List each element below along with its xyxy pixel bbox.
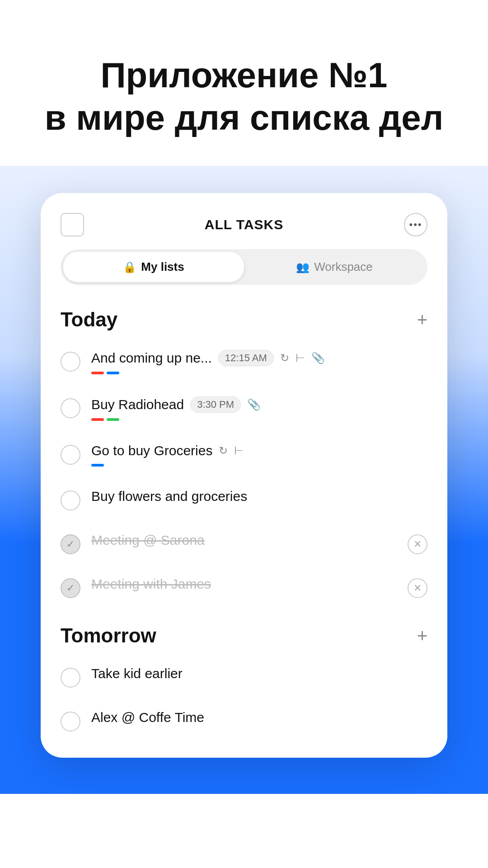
task-row-7: Take kid earlier bbox=[91, 666, 427, 681]
today-add-button[interactable]: + bbox=[417, 310, 427, 330]
task-content-4: Buy flowers and groceries bbox=[91, 489, 427, 504]
task-row-8: Alex @ Coffe Time bbox=[91, 710, 427, 725]
task-text-1: And coming up ne... bbox=[91, 350, 212, 366]
today-section-header: Today + bbox=[41, 299, 447, 342]
task-text-3: Go to buy Groceries bbox=[91, 443, 212, 458]
subtask-icon-3: ⊢ bbox=[234, 444, 244, 457]
task-item: Alex @ Coffe Time bbox=[41, 702, 447, 740]
task-row-1: And coming up ne... 12:15 AM ↻ ⊢ 📎 bbox=[91, 350, 427, 366]
task-row-4: Buy flowers and groceries bbox=[91, 489, 427, 504]
task-dots-2 bbox=[91, 418, 427, 421]
task-time-1: 12:15 AM bbox=[218, 350, 274, 366]
task-checkbox-7[interactable] bbox=[61, 668, 80, 688]
subtask-icon-1: ⊢ bbox=[296, 352, 305, 364]
task-content-6: Meeting with James bbox=[91, 576, 397, 592]
tomorrow-title: Tomorrow bbox=[61, 624, 156, 647]
task-item: Meeting @ Sarona ✕ bbox=[41, 524, 447, 562]
task-item: Take kid earlier bbox=[41, 658, 447, 696]
task-content-5: Meeting @ Sarona bbox=[91, 533, 397, 548]
task-checkbox-8[interactable] bbox=[61, 712, 80, 731]
task-content-3: Go to buy Groceries ↻ ⊢ bbox=[91, 443, 427, 467]
lock-icon: 🔒 bbox=[123, 261, 136, 274]
hero-line2: в мире для списка дел bbox=[45, 98, 444, 137]
attachment-icon-2: 📎 bbox=[247, 398, 261, 411]
hero-section: Приложение №1 в мире для списка дел bbox=[0, 0, 488, 166]
repeat-icon-3: ↻ bbox=[219, 444, 228, 457]
task-text-8: Alex @ Coffe Time bbox=[91, 710, 204, 725]
hero-line1: Приложение №1 bbox=[101, 55, 388, 95]
dot-green-2 bbox=[107, 418, 119, 421]
tab-workspace[interactable]: 👥 Workspace bbox=[244, 252, 425, 282]
task-delete-5[interactable]: ✕ bbox=[408, 534, 427, 554]
dot-red-1 bbox=[91, 372, 104, 374]
task-delete-6[interactable]: ✕ bbox=[408, 578, 427, 598]
dot-red-2 bbox=[91, 418, 104, 421]
task-checkbox-4[interactable] bbox=[61, 491, 80, 510]
task-row-6: Meeting with James bbox=[91, 576, 397, 592]
task-text-6: Meeting with James bbox=[91, 576, 211, 592]
task-row-3: Go to buy Groceries ↻ ⊢ bbox=[91, 443, 427, 458]
dot-blue-1 bbox=[107, 372, 119, 374]
task-item: Meeting with James ✕ bbox=[41, 568, 447, 606]
task-content-7: Take kid earlier bbox=[91, 666, 427, 681]
attachment-icon-1: 📎 bbox=[311, 352, 325, 364]
hero-title: Приложение №1 в мире для списка дел bbox=[27, 54, 461, 139]
task-row-2: Buy Radiohead 3:30 PM 📎 bbox=[91, 396, 427, 413]
task-time-2: 3:30 PM bbox=[190, 396, 241, 413]
app-card-container: ALL TASKS ••• 🔒 My lists 👥 Workspace bbox=[0, 166, 488, 758]
tab-workspace-label: Workspace bbox=[314, 260, 373, 274]
task-content-8: Alex @ Coffe Time bbox=[91, 710, 427, 725]
tomorrow-add-button[interactable]: + bbox=[417, 626, 427, 646]
task-dots-1 bbox=[91, 372, 427, 374]
card-header: ALL TASKS ••• bbox=[41, 193, 447, 249]
bg-section: ALL TASKS ••• 🔒 My lists 👥 Workspace bbox=[0, 166, 488, 794]
task-text-4: Buy flowers and groceries bbox=[91, 489, 247, 504]
app-card: ALL TASKS ••• 🔒 My lists 👥 Workspace bbox=[41, 193, 447, 758]
task-checkbox-1[interactable] bbox=[61, 352, 80, 372]
tab-switcher: 🔒 My lists 👥 Workspace bbox=[61, 249, 427, 285]
people-icon: 👥 bbox=[296, 261, 310, 274]
page-wrapper: Приложение №1 в мире для списка дел ALL … bbox=[0, 0, 488, 868]
task-item: Buy flowers and groceries bbox=[41, 481, 447, 519]
tomorrow-section-header: Tomorrow + bbox=[41, 615, 447, 658]
task-checkbox-5[interactable] bbox=[61, 534, 80, 554]
task-checkbox-6[interactable] bbox=[61, 578, 80, 598]
task-content-2: Buy Radiohead 3:30 PM 📎 bbox=[91, 396, 427, 421]
today-title: Today bbox=[61, 308, 117, 331]
more-dots-label: ••• bbox=[409, 219, 422, 231]
task-item: Buy Radiohead 3:30 PM 📎 bbox=[41, 388, 447, 429]
header-checkbox[interactable] bbox=[61, 213, 84, 236]
dot-blue-3 bbox=[91, 464, 104, 467]
task-dots-3 bbox=[91, 464, 427, 467]
task-row-5: Meeting @ Sarona bbox=[91, 533, 397, 548]
task-item: Go to buy Groceries ↻ ⊢ bbox=[41, 435, 447, 475]
tab-my-lists-label: My lists bbox=[141, 260, 184, 274]
task-text-7: Take kid earlier bbox=[91, 666, 183, 681]
task-text-5: Meeting @ Sarona bbox=[91, 533, 205, 548]
task-item: And coming up ne... 12:15 AM ↻ ⊢ 📎 bbox=[41, 342, 447, 382]
task-checkbox-3[interactable] bbox=[61, 445, 80, 465]
task-content-1: And coming up ne... 12:15 AM ↻ ⊢ 📎 bbox=[91, 350, 427, 374]
header-more-button[interactable]: ••• bbox=[404, 213, 427, 236]
header-title: ALL TASKS bbox=[205, 217, 284, 232]
tab-my-lists[interactable]: 🔒 My lists bbox=[63, 252, 244, 282]
task-checkbox-2[interactable] bbox=[61, 398, 80, 418]
task-text-2: Buy Radiohead bbox=[91, 397, 184, 412]
repeat-icon-1: ↻ bbox=[280, 352, 289, 364]
